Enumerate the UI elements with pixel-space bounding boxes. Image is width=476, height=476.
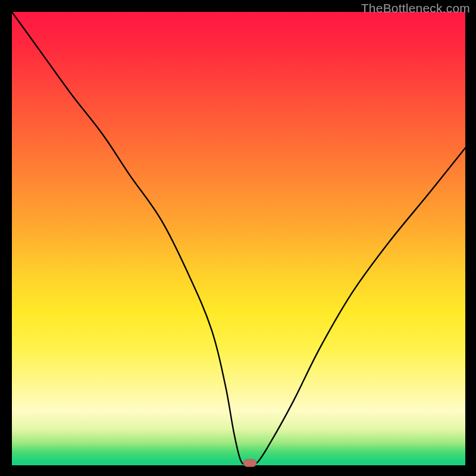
bottleneck-curve [12, 12, 465, 465]
curve-path [12, 12, 465, 465]
watermark-text: TheBottleneck.com [361, 1, 470, 15]
minimum-marker [243, 459, 256, 466]
plot-area [12, 12, 465, 465]
chart-frame: TheBottleneck.com [0, 0, 476, 476]
